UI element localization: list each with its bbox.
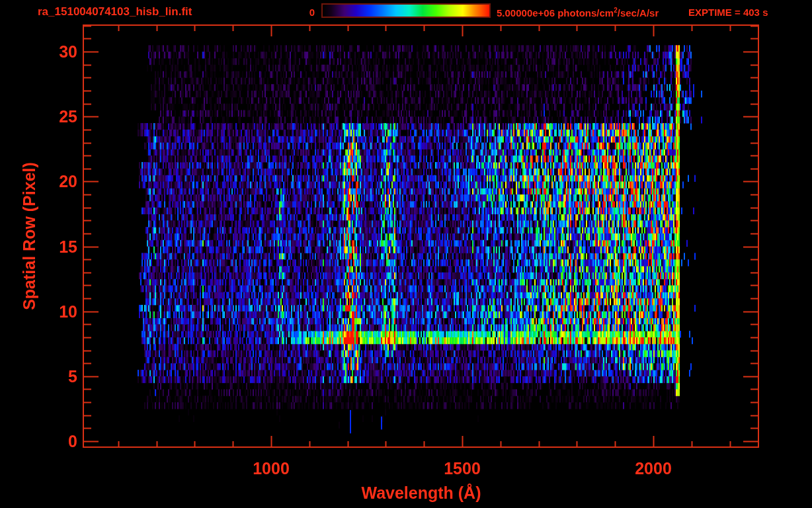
- filename-label: ra_151004074103_hisb_lin.fit: [38, 5, 192, 19]
- colorbar-max-label: 5.00000e+06 photons/cm2/sec/A/sr: [497, 7, 659, 19]
- colorbar-max-prefix: 5.00000e+06 photons/cm: [497, 7, 614, 19]
- colorbar-max-suffix: /sec/A/sr: [618, 7, 659, 19]
- spectral-heatmap-canvas: [0, 0, 812, 508]
- spectral-image-viewer: { "header": { "filename": "ra_1510040741…: [0, 0, 812, 508]
- x-axis-title: Wavelength (Å): [361, 484, 481, 503]
- exptime-label: EXPTIME = 403 s: [688, 7, 768, 18]
- y-axis-title: Spatial Row (Pixel): [20, 162, 39, 310]
- colorbar-min-label: 0: [290, 7, 315, 18]
- colorbar: [321, 3, 491, 18]
